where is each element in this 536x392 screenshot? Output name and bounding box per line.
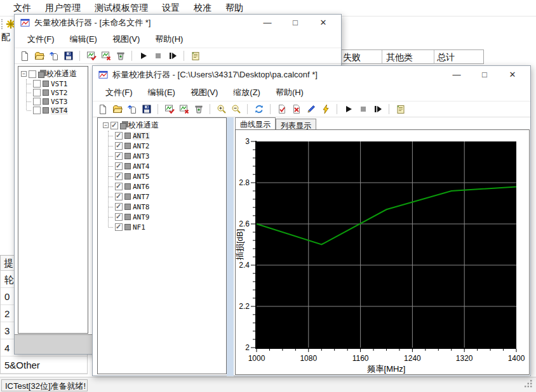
item-checkbox[interactable] [115, 183, 123, 190]
main-menu-item[interactable]: 测试模板管理 [88, 3, 155, 14]
main-menu-item[interactable]: 用户管理 [38, 3, 88, 14]
menu-item[interactable]: 视图(V) [105, 34, 147, 45]
collapse-icon[interactable]: − [21, 71, 27, 77]
tree-item[interactable]: ANT7 [105, 192, 226, 202]
tab-list-display[interactable]: 列表显示 [276, 119, 316, 129]
root-checkbox[interactable] [111, 122, 118, 129]
tree-item[interactable]: VST2 [23, 88, 88, 97]
item-checkbox[interactable] [115, 173, 123, 180]
menu-item[interactable]: 文件(F) [98, 87, 140, 98]
chart-x-icon[interactable] [178, 104, 189, 114]
tree-item[interactable]: VST3 [23, 97, 88, 106]
maximize-button[interactable]: □ [281, 16, 309, 30]
item-checkbox[interactable] [33, 89, 41, 96]
open-folder-icon[interactable] [112, 104, 123, 114]
tree-item[interactable]: ANT1 [105, 131, 226, 141]
item-checkbox[interactable] [115, 213, 123, 221]
tree-item[interactable]: ANT9 [105, 212, 226, 222]
main-menu-item[interactable]: 文件 [6, 3, 38, 14]
main-menu-item[interactable]: 校准 [187, 3, 218, 14]
new-doc-icon[interactable] [19, 51, 30, 61]
item-checkbox[interactable] [33, 80, 41, 88]
menu-item[interactable]: 视图(V) [183, 87, 225, 98]
tree-item[interactable]: ANT4 [105, 161, 226, 171]
tree-item[interactable]: VST4 [23, 106, 88, 115]
menu-item[interactable]: 编辑(E) [140, 87, 183, 98]
stop-icon[interactable] [358, 104, 368, 114]
step-icon[interactable] [167, 51, 178, 61]
save-icon[interactable] [63, 51, 74, 61]
item-checkbox[interactable] [115, 152, 123, 160]
chart-check-icon[interactable] [164, 104, 175, 114]
tree-item[interactable]: ANT8 [105, 202, 226, 212]
window-title: 标量校准执行器 - [C:\Users\34317\Desktop\pa.cal… [112, 69, 439, 81]
trash-icon[interactable] [115, 51, 126, 61]
channel-label: VST1 [51, 80, 68, 88]
vector-titlebar[interactable]: 矢量校准执行器 - [未命名文件 *] — □ ✕ [15, 15, 341, 30]
close-doc-icon[interactable] [126, 104, 137, 114]
tree-item[interactable]: NF1 [105, 222, 226, 232]
play-icon[interactable] [343, 104, 354, 114]
chart-frame: 10001080116012401320140022.22.42.62.83频率… [235, 129, 530, 375]
channel-label: ANT6 [133, 183, 150, 191]
item-checkbox[interactable] [115, 193, 123, 200]
close-doc-icon[interactable] [48, 51, 59, 61]
item-checkbox[interactable] [115, 132, 123, 140]
tree-item[interactable]: ANT6 [105, 181, 226, 192]
close-button[interactable]: ✕ [499, 68, 526, 82]
new-doc-icon[interactable] [97, 104, 108, 114]
zoom-out-icon[interactable] [231, 104, 241, 114]
item-checkbox[interactable] [115, 142, 123, 150]
table-row[interactable]: 5&Other [1, 356, 87, 374]
tree-root[interactable]: − 校准通道 [21, 69, 88, 79]
menu-item[interactable]: 缩放(Z) [225, 87, 268, 98]
minimize-button[interactable]: — [443, 68, 471, 82]
tab-curve-display[interactable]: 曲线显示 [235, 117, 276, 129]
maximize-button[interactable]: □ [471, 68, 499, 82]
lightning-icon[interactable] [320, 104, 331, 114]
channel-label: ANT5 [133, 173, 150, 181]
item-checkbox[interactable] [115, 162, 123, 170]
collapse-icon[interactable]: − [103, 122, 109, 128]
minimize-button[interactable]: — [253, 16, 281, 30]
pen-icon[interactable] [305, 104, 316, 114]
menu-item[interactable]: 文件(F) [20, 34, 62, 45]
refresh-icon[interactable] [253, 104, 264, 114]
stop-icon[interactable] [152, 51, 163, 61]
tree-item[interactable]: ANT3 [105, 151, 226, 161]
trash-icon[interactable] [193, 104, 204, 114]
channel-icon [124, 143, 131, 149]
item-checkbox[interactable] [115, 203, 123, 211]
item-checkbox[interactable] [33, 107, 41, 114]
tree-item[interactable]: ANT2 [105, 141, 226, 151]
panel-splitter[interactable] [227, 117, 234, 376]
main-menu-item[interactable]: 设置 [155, 3, 187, 14]
root-checkbox[interactable] [29, 70, 36, 78]
resize-grip-icon[interactable] [525, 380, 532, 389]
zoom-in-icon[interactable] [216, 104, 227, 114]
report-icon[interactable] [190, 51, 201, 61]
report-icon[interactable] [395, 104, 406, 114]
toolbar-gripper[interactable] [1, 19, 4, 29]
doc-x-icon[interactable] [291, 104, 302, 114]
chart-check-icon[interactable] [86, 51, 97, 61]
menu-item[interactable]: 编辑(E) [62, 34, 105, 45]
left-tab-partial[interactable]: 提 [0, 255, 15, 270]
save-icon[interactable] [141, 104, 152, 114]
tree-root[interactable]: − 校准通道 [103, 120, 226, 131]
menu-item[interactable]: 帮助(H) [268, 87, 311, 98]
chart-x-icon[interactable] [100, 51, 111, 61]
tree-item[interactable]: ANT5 [105, 171, 226, 181]
header-col-fail: 失败 [343, 52, 361, 63]
tree-item[interactable]: VST1 [23, 79, 88, 88]
item-checkbox[interactable] [33, 98, 41, 105]
open-folder-icon[interactable] [34, 51, 44, 61]
item-checkbox[interactable] [115, 223, 123, 231]
scalar-titlebar[interactable]: 标量校准执行器 - [C:\Users\34317\Desktop\pa.cal… [93, 66, 530, 84]
close-button[interactable]: ✕ [309, 16, 337, 30]
play-icon[interactable] [138, 51, 149, 61]
menu-item[interactable]: 帮助(H) [147, 34, 191, 45]
doc-check-icon[interactable] [276, 104, 287, 114]
step-icon[interactable] [372, 104, 383, 114]
main-menu-item[interactable]: 帮助 [218, 3, 250, 14]
